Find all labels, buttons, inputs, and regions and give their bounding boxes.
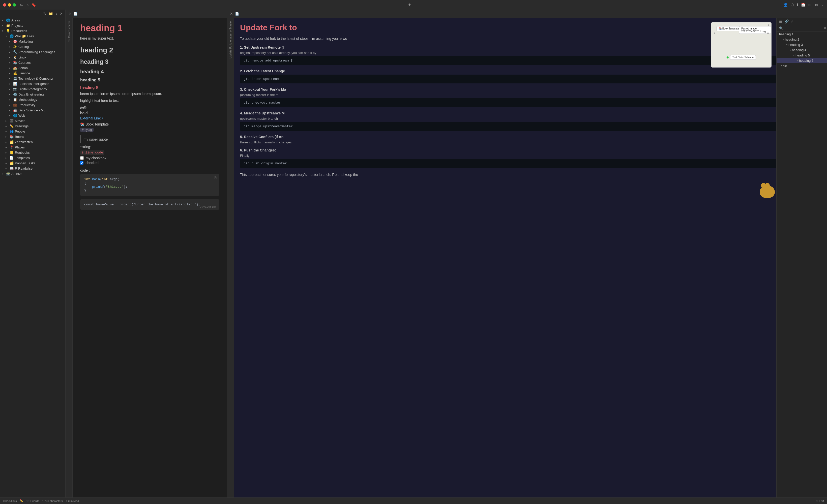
sidebar-item-coding[interactable]: ▸ ✨ Coding	[0, 44, 65, 49]
bookmark-icon[interactable]: 🔖	[32, 3, 36, 7]
sidebar-item-runbooks[interactable]: ▸ 📒 Runbooks	[0, 150, 65, 155]
sidebar-item-methodology[interactable]: ▸ 📋 Methodology	[0, 97, 65, 102]
outline-check-icon[interactable]: ✓	[791, 19, 794, 23]
sort-icon[interactable]: ↕	[55, 12, 57, 16]
icon-books: 📚	[10, 135, 14, 139]
italic-text: italic	[80, 106, 219, 110]
search-icon[interactable]: ⌕	[27, 3, 29, 7]
icon-tech-computer: 💻	[13, 77, 17, 81]
sidebar-item-data-science[interactable]: ▸ 🤖 Data Science - ML	[0, 108, 65, 113]
sidebar-item-drawings[interactable]: ▸ ✏️ Drawings	[0, 123, 65, 129]
sidebar-item-data-eng[interactable]: ▸ ⚙️ Data Engineering	[0, 92, 65, 97]
checkbox-checked[interactable]: checked	[80, 161, 219, 165]
sidebar-item-movies[interactable]: ▸ 🎬 Movies	[0, 118, 65, 123]
tag-item[interactable]: #mytag	[80, 128, 94, 132]
outline-search-input[interactable]	[784, 27, 822, 30]
new-folder-icon[interactable]: 📁	[49, 12, 53, 16]
sidebar-item-finance[interactable]: ▸ 💰 Finance	[0, 70, 65, 76]
sidebar-item-courses[interactable]: ▸ 📚 Courses	[0, 60, 65, 65]
person-icon[interactable]: 👤	[783, 3, 788, 7]
chevron-projects: ▸	[2, 24, 6, 27]
titlebar-center: +	[38, 2, 781, 8]
outline-item-0[interactable]: heading 1	[777, 32, 827, 37]
chevron-web: ▸	[9, 114, 13, 117]
right-panel-close[interactable]: ✕	[230, 12, 233, 16]
sidebar-item-business-intel[interactable]: ▸ 📊 Business Intelligence	[0, 81, 65, 87]
heading-4: heading 4	[80, 69, 219, 74]
checkbox-input[interactable]	[80, 156, 84, 160]
sidebar-item-places[interactable]: ▸ 📍 Places	[0, 145, 65, 150]
right-panel-header: ✕ 📄	[227, 10, 827, 18]
minimize-button[interactable]	[8, 3, 11, 7]
outline-item-1[interactable]: ▾ heading 2	[777, 37, 827, 42]
icon-projects: 📁	[6, 24, 10, 28]
layout-icon[interactable]: ⊞	[808, 3, 811, 7]
icon-archive: 🗃️	[6, 172, 10, 175]
sidebar-item-productivity[interactable]: ▸ 💼 Productivity	[0, 102, 65, 108]
sidebar-item-books[interactable]: ▸ 📚 Books	[0, 134, 65, 139]
outline-item-4[interactable]: ▾ heading 5	[777, 53, 827, 58]
string-text: "string"	[80, 145, 219, 149]
label-areas: Areas	[11, 18, 20, 22]
sidebar-item-linux[interactable]: ▸ 🐧 Linux	[0, 55, 65, 60]
copy-icon[interactable]: ⎘	[214, 176, 216, 180]
outline-item-2[interactable]: ▾ heading 3	[777, 42, 827, 47]
sidebar-item-marketing[interactable]: ▸ 🎯 Marketing	[0, 39, 65, 44]
sidebar-item-archive[interactable]: ▸ 🗃️ Archive	[0, 171, 65, 177]
icon-methodology: 📋	[13, 98, 17, 102]
outline-label-0: heading 1	[779, 32, 793, 36]
outline-search-close[interactable]: ✕	[824, 27, 826, 30]
label-archive: Archive	[11, 172, 22, 175]
sidebar-item-programming-languages[interactable]: ▸ 🔧 Programming Languages	[0, 49, 65, 55]
backlinks-count[interactable]: 0 backlinks	[3, 499, 17, 502]
sidebar-item-projects[interactable]: ▸ 📁 Projects	[0, 23, 65, 28]
outline-link-icon[interactable]: 🔗	[784, 19, 789, 23]
sidebar-item-web[interactable]: ▸ 🌐 Web	[0, 113, 65, 118]
tag-icon[interactable]: 🏷	[20, 3, 23, 7]
outline-chevron-3: ▾	[790, 49, 791, 51]
right-editor-content[interactable]: Update Fork to To update your old fork t…	[234, 18, 827, 497]
canvas-node-1: 📚 Book Template	[716, 26, 741, 31]
label-business-intel: Business Intelligence	[18, 82, 49, 86]
sidebar-item-kanban[interactable]: ▸ 🗂️ Kanban Tasks	[0, 160, 65, 166]
checkbox-checked-input[interactable]	[80, 161, 84, 164]
icon-business-intel: 📊	[13, 82, 17, 86]
add-tab-button[interactable]: +	[408, 2, 411, 8]
left-panel-close[interactable]: ✕	[68, 12, 71, 16]
network-icon[interactable]: ⋈	[814, 3, 818, 7]
vim-mode: NORM	[815, 499, 824, 502]
close-sidebar-icon[interactable]: ✕	[60, 12, 63, 16]
editor-content-left[interactable]: heading 1 here is my super text. heading…	[72, 18, 227, 497]
outline-list-icon[interactable]: ☰	[779, 19, 782, 23]
chevron-people: ▸	[6, 130, 10, 133]
sidebar-item-zettelkasten[interactable]: ▸ 🗂️ Zettelkasten	[0, 139, 65, 145]
dropdown-icon[interactable]: ⌄	[821, 3, 824, 7]
num-body-6: Finally	[240, 154, 821, 157]
sidebar-item-templates[interactable]: ▸ 📄 Templates	[0, 155, 65, 160]
sidebar-item-areas[interactable]: ▾ 🌐 Areas	[0, 18, 65, 23]
external-link[interactable]: External Link ↗	[80, 116, 104, 120]
sidebar-item-people[interactable]: ▸ 👥 People	[0, 129, 65, 134]
heading-2: heading 2	[80, 46, 219, 54]
new-note-icon[interactable]: ✎	[43, 12, 46, 16]
share-icon[interactable]: ⬡	[791, 3, 794, 7]
outline-item-5[interactable]: ▾ heading 6	[777, 58, 827, 63]
close-button[interactable]	[3, 3, 6, 7]
sidebar-item-wiki-files[interactable]: ▾ 🌐 Wiki 📁 Files	[0, 34, 65, 39]
icon-templates: 📄	[10, 156, 14, 160]
checkbox-unchecked[interactable]: my checkbox	[80, 156, 219, 160]
chevron-templates: ▸	[6, 156, 10, 159]
outline-item-6[interactable]: Table	[777, 63, 827, 68]
info-icon[interactable]: ℹ	[797, 3, 798, 7]
calendar-icon[interactable]: 📅	[801, 3, 805, 7]
chevron-areas: ▾	[2, 19, 6, 22]
char-count: 1,231 characters	[42, 499, 63, 502]
sidebar-item-digital-photo[interactable]: ▸ 📷 Digital Photography	[0, 87, 65, 92]
sidebar-item-school[interactable]: ▸ 🏫 School	[0, 65, 65, 70]
outline-item-3[interactable]: ▾ heading 4	[777, 47, 827, 53]
wiki-link[interactable]: 📚 Book Template	[80, 122, 219, 126]
sidebar-item-resources[interactable]: ▾ 💡 Resources	[0, 28, 65, 34]
sidebar-item-tech-computer[interactable]: ▸ 💻 Technology & Computer	[0, 76, 65, 81]
maximize-button[interactable]	[13, 3, 16, 7]
sidebar-item-r-readwise[interactable]: ▸ 📖 R Readwise	[0, 166, 65, 171]
